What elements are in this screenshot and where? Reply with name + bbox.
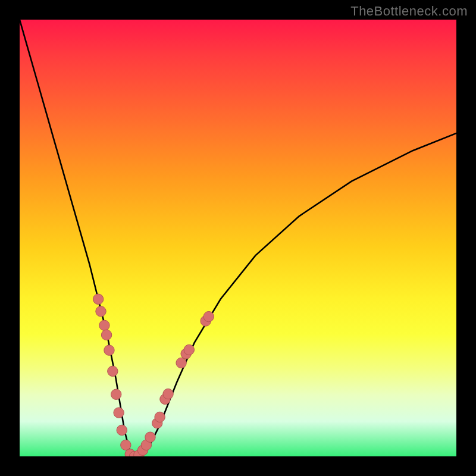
data-marker [111,389,121,399]
data-marker [121,440,131,450]
plot-area [20,20,456,456]
data-marker [145,432,155,442]
data-marker [99,320,109,330]
data-marker [104,345,114,355]
chart-svg [20,20,456,456]
data-marker [117,425,127,435]
data-marker [163,389,173,399]
data-marker [155,412,165,422]
data-marker [176,358,186,368]
chart-frame: TheBottleneck.com [0,0,476,476]
marker-layer [93,294,214,456]
data-marker [114,408,124,418]
curve-layer [20,20,456,456]
data-marker [93,294,103,304]
watermark-text: TheBottleneck.com [350,4,468,19]
data-marker [108,366,118,376]
data-marker [203,311,214,321]
bottleneck-curve [20,20,456,456]
data-marker [96,306,106,317]
data-marker [184,345,194,355]
data-marker [101,330,111,340]
